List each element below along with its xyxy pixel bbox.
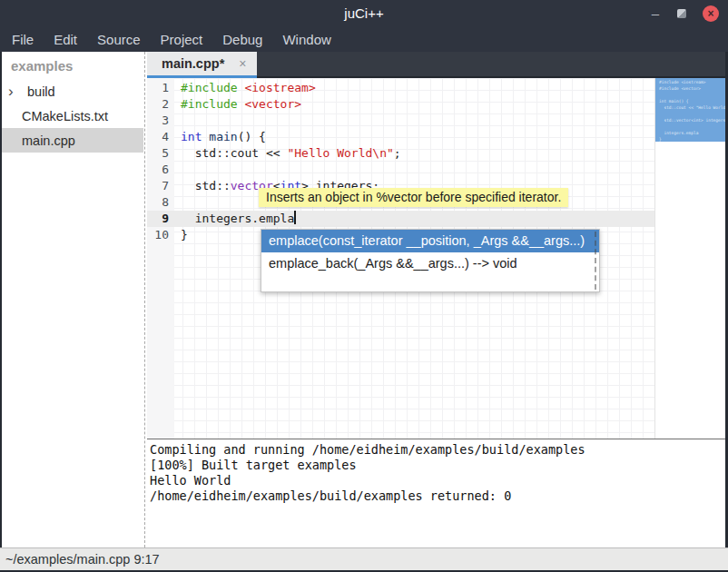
file-tree-item-cmakelists-txt[interactable]: CMakeLists.txt [2, 104, 143, 128]
autocomplete-popup: emplace(const_iterator __position, _Args… [261, 229, 600, 292]
line-number: 7 [147, 178, 174, 194]
autocomplete-item[interactable]: emplace(const_iterator __position, _Args… [261, 230, 599, 252]
minimap[interactable]: #include <iostream> #include <vector> in… [654, 78, 725, 439]
autocomplete-item[interactable]: emplace_back(_Args &&__args...) --> void [261, 252, 599, 275]
titlebar[interactable]: juCi++ – × [0, 0, 728, 26]
file-tree-sidebar: examples ›buildCMakeLists.txtmain.cpp [2, 52, 143, 547]
window-controls: – × [650, 0, 719, 26]
code-line-9[interactable]: 9 integers.empla [147, 211, 654, 227]
file-tree-item-main-cpp[interactable]: main.cpp [2, 128, 143, 153]
code-text: #include <iostream> [174, 80, 316, 96]
line-number: 5 [147, 145, 174, 162]
line-number: 9 [147, 211, 174, 227]
close-icon[interactable]: × [703, 5, 719, 22]
tab-close-icon[interactable]: × [239, 56, 246, 71]
restore-icon[interactable] [677, 9, 686, 18]
tabbar-empty-space [257, 52, 725, 78]
code-line-1[interactable]: 1#include <iostream> [147, 80, 654, 96]
file-tree-item-label: main.cpp [22, 133, 75, 148]
minimap-code: #include <iostream> #include <vector> in… [655, 78, 725, 142]
doc-tooltip: Inserts an object in %vector before spec… [259, 188, 568, 207]
statusbar: ~/examples/main.cpp 9:17 [0, 547, 728, 570]
code-line-4[interactable]: 4int main() { [147, 129, 654, 145]
menu-item-debug[interactable]: Debug [212, 28, 272, 51]
code-text: std::cout << "Hello World\n"; [174, 145, 401, 162]
tab-main-cpp[interactable]: main.cpp* × [147, 52, 257, 78]
code-text [174, 162, 181, 178]
editor-pane: main.cpp* × 1#include <iostream>2#includ… [147, 52, 725, 547]
file-path-and-cursor-position: ~/examples/main.cpp 9:17 [5, 552, 160, 567]
text-cursor [294, 211, 296, 224]
code-text [174, 194, 181, 211]
line-number: 6 [147, 162, 174, 178]
minimap-visible-region[interactable]: #include <iostream> #include <vector> in… [655, 78, 725, 142]
code-text: } [174, 227, 188, 243]
menu-item-window[interactable]: Window [272, 28, 340, 51]
code-text: int main() { [174, 129, 266, 145]
menu-item-project[interactable]: Project [151, 28, 213, 51]
window-title: juCi++ [0, 0, 728, 26]
line-number: 8 [147, 194, 174, 211]
code-line-2[interactable]: 2#include <vector> [147, 96, 654, 113]
content: examples ›buildCMakeLists.txtmain.cpp ma… [0, 52, 728, 547]
code-line-6[interactable]: 6 [147, 162, 654, 178]
code-text [174, 113, 181, 129]
build-output-panel[interactable]: Compiling and running /home/eidheim/exam… [147, 439, 725, 547]
minimize-icon[interactable]: – [650, 9, 661, 18]
line-number: 3 [147, 113, 174, 129]
menubar: FileEditSourceProjectDebugWindow [0, 26, 728, 52]
file-tree-item-build[interactable]: ›build [2, 79, 143, 104]
output-line: /home/eidheim/examples/build/examples re… [150, 488, 725, 504]
project-name-header: examples [2, 52, 143, 79]
line-number: 1 [147, 80, 174, 96]
menu-item-file[interactable]: File [2, 28, 44, 51]
menu-item-edit[interactable]: Edit [44, 28, 87, 51]
chevron-right-icon[interactable]: › [8, 84, 14, 99]
file-tree: ›buildCMakeLists.txtmain.cpp [2, 79, 143, 153]
output-line: Compiling and running /home/eidheim/exam… [150, 442, 725, 458]
line-number: 2 [147, 96, 174, 113]
tabbar: main.cpp* × [147, 52, 725, 78]
file-tree-item-label: build [27, 84, 55, 99]
code-editor[interactable]: 1#include <iostream>2#include <vector>34… [147, 78, 725, 439]
output-line: [100%] Built target examples [150, 458, 725, 473]
tab-label: main.cpp* [162, 56, 224, 71]
menu-item-source[interactable]: Source [87, 28, 151, 51]
code-text: #include <vector> [174, 96, 301, 113]
line-number: 4 [147, 129, 174, 145]
code-lines: 1#include <iostream>2#include <vector>34… [147, 78, 654, 243]
code-line-3[interactable]: 3 [147, 113, 654, 129]
line-number: 10 [147, 227, 174, 243]
app-window: juCi++ – × FileEditSourceProjectDebugWin… [0, 0, 728, 572]
code-line-5[interactable]: 5 std::cout << "Hello World\n"; [147, 145, 654, 162]
file-tree-item-label: CMakeLists.txt [22, 109, 108, 123]
code-text: integers.empla [174, 211, 296, 227]
output-line: Hello World [150, 473, 725, 488]
